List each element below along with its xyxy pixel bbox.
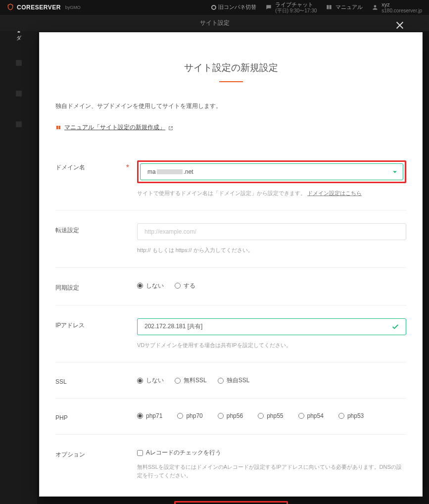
old-panel-toggle[interactable]: 旧コンパネ切替 — [211, 3, 256, 11]
modal: サイト設定の新規設定 独自ドメイン、サブドメインを使用してサイトを運用します。 … — [39, 32, 423, 497]
radio-sync-yes[interactable]: する — [175, 282, 195, 290]
manual-link-text: マニュアル「サイト設定の新規作成」 — [64, 123, 165, 132]
sidebar-item-3[interactable] — [0, 81, 37, 107]
radio-php-5[interactable]: php53 — [338, 412, 364, 419]
live-chat-link[interactable]: ライブチャット (平日) 9:30〜17:30 — [265, 1, 317, 13]
external-link-icon — [168, 125, 173, 130]
live-chat-hours: (平日) 9:30〜17:30 — [275, 8, 317, 14]
secondbar-title: サイト設定 — [200, 19, 230, 27]
forward-input[interactable] — [137, 223, 406, 240]
radio-php-2[interactable]: php56 — [218, 412, 243, 419]
radio-input[interactable] — [258, 413, 264, 419]
logo[interactable]: CORESERVER byGMO — [7, 3, 211, 11]
radio-input[interactable] — [218, 413, 224, 419]
domain-select[interactable]: ma.net — [140, 163, 403, 180]
field-sync: しない する — [137, 281, 406, 290]
logo-sub: byGMO — [65, 5, 81, 10]
label-option: オプション — [55, 448, 137, 459]
domain-prefix: ma — [147, 168, 156, 175]
hint-forward: http:// もしくは https:// から入力してください。 — [137, 246, 406, 254]
shield-icon — [7, 3, 14, 11]
close-button[interactable] — [394, 20, 405, 34]
row-sync: 同期設定 しない する — [55, 268, 406, 305]
svg-rect-2 — [16, 60, 22, 66]
radio-input[interactable] — [175, 283, 181, 289]
row-ssl: SSL しない 無料SSL 独自SSL — [55, 362, 406, 399]
row-domain: ドメイン名 * ma.net — [55, 152, 406, 211]
radio-group-php: php71 php70 php56 php55 — [137, 411, 406, 419]
radio-php-1[interactable]: php70 — [177, 412, 202, 419]
hint-ip: VDサブドメインを使用する場合は共有IPを設定してください。 — [137, 341, 406, 350]
label-ip: IPアドレス — [55, 318, 137, 330]
radio-php-0[interactable]: php71 — [137, 412, 162, 419]
field-php: php71 php70 php56 php55 — [137, 411, 406, 419]
highlight-submit: + サイト設定を新規設定する — [174, 501, 288, 504]
domain-suffix: .net — [184, 168, 193, 175]
sidebar-item-2[interactable] — [0, 50, 37, 76]
form: ドメイン名 * ma.net — [55, 152, 406, 493]
svg-rect-4 — [16, 121, 22, 127]
topbar-right: 旧コンパネ切替 ライブチャット (平日) 9:30〜17:30 マニュアル xy… — [211, 1, 422, 13]
sidebar-dashboard-label: ダ — [16, 35, 21, 42]
user-server: s180.coreserver.jp — [381, 8, 422, 14]
toggle-dot-icon — [211, 5, 216, 10]
submit-wrap: + サイト設定を新規設定する — [55, 501, 406, 504]
svg-rect-3 — [16, 91, 22, 97]
row-php: PHP php71 php70 php56 — [55, 399, 406, 435]
radio-input[interactable] — [177, 413, 183, 419]
user-icon — [372, 4, 379, 11]
field-option: Aレコードのチェックを行う 無料SSLを設定するにはドメインのAレコードが設定す… — [137, 448, 406, 479]
sidebar-item-4[interactable] — [0, 112, 37, 138]
label-php: PHP — [55, 411, 137, 421]
manual-label: マニュアル — [335, 3, 363, 11]
checkbox-input[interactable] — [137, 450, 143, 456]
old-panel-label: 旧コンパネ切替 — [218, 3, 256, 11]
field-ip: VDサブドメインを使用する場合は共有IPを設定してください。 — [137, 318, 406, 350]
radio-input[interactable] — [298, 413, 304, 419]
radio-php-3[interactable]: php55 — [258, 412, 283, 419]
row-ip: IPアドレス VDサブドメインを使用する場合は共有IPを設定してください。 — [55, 305, 406, 363]
radio-sync-no[interactable]: しない — [137, 282, 164, 290]
row-option: オプション Aレコードのチェックを行う 無料SSLを設定するにはドメインのAレコ… — [55, 435, 406, 492]
field-ssl: しない 無料SSL 独自SSL — [137, 375, 406, 385]
checkbox-arecord[interactable]: Aレコードのチェックを行う — [137, 448, 406, 457]
radio-input[interactable] — [137, 378, 143, 384]
hint-option: 無料SSLを設定するにはドメインのAレコードが設定するIPアドレスに向いている必… — [137, 463, 406, 479]
intro-text: 独自ドメイン、サブドメインを使用してサイトを運用します。 — [55, 102, 406, 110]
chat-icon — [265, 4, 272, 11]
modal-title: サイト設定の新規設定 — [55, 61, 406, 82]
radio-input[interactable] — [137, 283, 143, 289]
manual-link-body[interactable]: マニュアル「サイト設定の新規作成」 — [55, 123, 173, 132]
user-name: xyz — [381, 1, 422, 8]
radio-input[interactable] — [218, 378, 224, 384]
radio-input[interactable] — [175, 378, 181, 384]
masked-segment — [157, 169, 183, 174]
live-chat-label: ライブチャット — [275, 1, 317, 8]
radio-php-4[interactable]: php54 — [298, 412, 324, 419]
label-domain: ドメイン名 * — [55, 160, 137, 172]
domain-settings-link[interactable]: ドメイン設定はこちら — [307, 190, 362, 196]
radio-ssl-0[interactable]: しない — [137, 376, 164, 385]
radio-input[interactable] — [137, 413, 143, 419]
field-domain: ma.net サイトで使用するドメイン名は「ドメイン設定」から設定できます。 ド… — [137, 160, 406, 198]
radio-ssl-2[interactable]: 独自SSL — [218, 376, 250, 385]
label-forward: 転送設定 — [55, 223, 137, 235]
highlight-domain: ma.net — [137, 160, 406, 183]
required-star: * — [126, 163, 129, 172]
close-icon — [394, 20, 405, 31]
radio-group-sync: しない する — [137, 281, 406, 290]
sidebar: ダ — [0, 15, 37, 504]
caret-down-icon — [393, 167, 397, 176]
svg-point-0 — [374, 5, 377, 7]
field-forward: http:// もしくは https:// から入力してください。 — [137, 223, 406, 254]
ip-input[interactable] — [137, 318, 406, 335]
user-menu[interactable]: xyz s180.coreserver.jp — [372, 1, 422, 13]
manual-link-top[interactable]: マニュアル — [326, 3, 363, 11]
logo-text: CORESERVER — [17, 4, 61, 11]
square-icon — [13, 119, 24, 129]
check-icon — [391, 323, 399, 333]
radio-input[interactable] — [338, 413, 344, 419]
radio-ssl-1[interactable]: 無料SSL — [175, 376, 207, 385]
secondbar: サイト設定 — [0, 15, 429, 31]
hint-domain: サイトで使用するドメイン名は「ドメイン設定」から設定できます。 ドメイン設定はこ… — [137, 189, 406, 198]
